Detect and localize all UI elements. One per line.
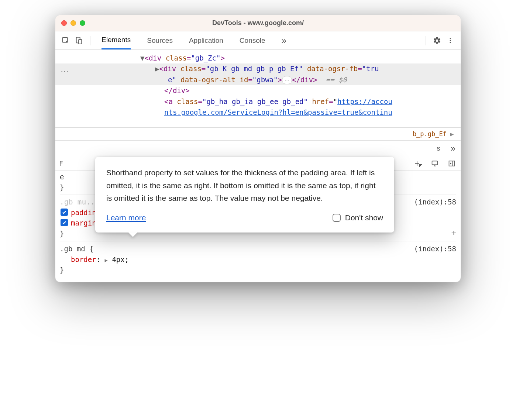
svg-point-5 [450, 42, 451, 43]
rendering-options-icon[interactable] [430, 158, 440, 169]
tabs-overflow[interactable]: » [282, 31, 286, 50]
tooltip-learn-more-link[interactable]: Learn more [106, 211, 146, 224]
tab-sources[interactable]: Sources [147, 32, 173, 49]
tooltip-dont-show-toggle[interactable]: Don't show [333, 211, 383, 224]
dom-tree[interactable]: ▼<div class="gb_Zc"> ▶<div class="gb_K g… [55, 50, 461, 127]
tab-application[interactable]: Application [189, 32, 223, 49]
minimize-window-button[interactable] [70, 20, 76, 26]
expand-shorthand-icon[interactable]: ▶ [105, 257, 108, 263]
main-tabs: Elements Sources Application Console » [95, 31, 286, 50]
rule-close-brace: } [60, 265, 456, 275]
dom-node[interactable]: </div> [55, 85, 461, 96]
css-property-tooltip: Shorthand property to set values for the… [95, 157, 394, 233]
zoom-window-button[interactable] [80, 20, 85, 26]
tab-elements[interactable]: Elements [102, 31, 131, 49]
styles-subtabs: s » [55, 141, 461, 156]
svg-point-3 [450, 38, 451, 39]
separator [426, 36, 426, 45]
style-rule[interactable]: (index):58 .gb_md { border: ▶ 4px; } [60, 241, 456, 275]
secondary-tabs-overflow[interactable]: » [451, 143, 455, 154]
breadcrumb-scroll-right-icon[interactable]: ▶ [447, 130, 457, 138]
close-window-button[interactable] [61, 20, 67, 26]
toggle-sidebar-icon[interactable] [447, 158, 457, 169]
settings-icon[interactable] [430, 34, 444, 47]
dom-node-selected[interactable]: ▶<div class="gb_K gb_md gb_p gb_Ef" data… [55, 63, 461, 85]
svg-rect-6 [432, 161, 438, 165]
inspect-icon[interactable] [59, 34, 72, 47]
dom-node[interactable]: <a class="gb_ha gb_ia gb_ee gb_ed" href=… [55, 96, 461, 107]
window-title: DevTools - www.google.com/ [55, 19, 461, 27]
window-controls [61, 20, 85, 26]
expand-node-icon[interactable]: ⋯ [282, 76, 292, 84]
titlebar: DevTools - www.google.com/ [55, 15, 461, 31]
main-toolbar: Elements Sources Application Console » [55, 31, 461, 50]
dont-show-checkbox[interactable] [333, 214, 341, 222]
property-enabled-checkbox[interactable] [61, 219, 68, 226]
property-enabled-checkbox[interactable] [61, 209, 68, 216]
separator [90, 36, 90, 45]
device-toggle-icon[interactable] [72, 34, 86, 47]
style-selector[interactable]: .gb_md { [60, 244, 456, 254]
breadcrumb-bar[interactable]: b_p.gb_Ef ▶ [55, 127, 461, 141]
svg-rect-2 [79, 39, 82, 44]
breadcrumb-tail[interactable]: b_p.gb_Ef [413, 130, 447, 138]
new-style-rule-icon[interactable] [413, 158, 423, 169]
kebab-menu-icon[interactable] [444, 34, 457, 47]
svg-rect-7 [449, 161, 455, 166]
style-property[interactable]: border: ▶ 4px; [60, 254, 456, 265]
tooltip-description: Shorthand property to set values for the… [106, 166, 383, 205]
svg-point-4 [450, 40, 451, 41]
styles-filter-fragment[interactable]: F [59, 159, 63, 167]
dont-show-label: Don't show [345, 211, 383, 224]
add-property-icon[interactable]: + [451, 227, 456, 239]
devtools-window: DevTools - www.google.com/ Elements Sour… [55, 15, 461, 282]
secondary-tab-fragment[interactable]: s [437, 144, 440, 152]
dom-node[interactable]: ▼<div class="gb_Zc"> [55, 53, 461, 63]
style-source-link[interactable]: (index):58 [414, 244, 456, 254]
tab-console[interactable]: Console [240, 32, 265, 49]
dom-node-continued[interactable]: nts.google.com/ServiceLogin?hl=en&passiv… [55, 107, 461, 118]
style-source-link[interactable]: (index):58 [414, 197, 456, 207]
